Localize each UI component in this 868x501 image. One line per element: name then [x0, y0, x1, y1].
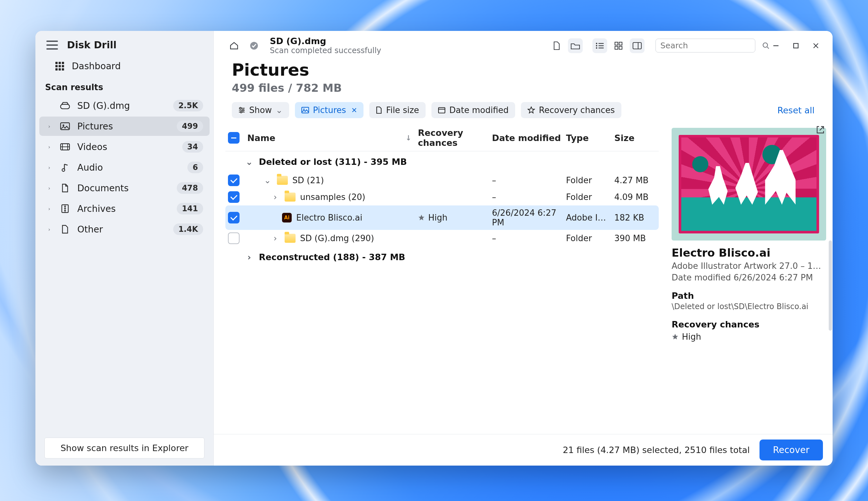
folder-view-icon[interactable] [568, 38, 583, 53]
list-view-icon[interactable] [592, 38, 607, 53]
col-size[interactable]: Size [614, 133, 656, 143]
chevron-right-icon: › [46, 123, 53, 129]
close-button[interactable] [807, 38, 825, 53]
table-row[interactable]: › SD (G).dmg (290) – Folder 390 MB [225, 230, 659, 247]
picture-icon [59, 122, 71, 130]
search-input[interactable] [655, 39, 755, 53]
file-icon [376, 106, 382, 114]
scan-subtitle: Scan completed successfully [270, 46, 381, 55]
svg-point-17 [239, 107, 241, 109]
reset-all-link[interactable]: Reset all [777, 105, 815, 115]
cell-size: 4.09 MB [614, 192, 656, 202]
recover-button[interactable]: Recover [760, 439, 823, 460]
svg-point-9 [596, 47, 597, 48]
maximize-button[interactable] [787, 38, 805, 53]
count-badge: 499 [177, 120, 203, 132]
chevron-right-icon: › [46, 144, 53, 150]
file-name: unsamples (20) [300, 192, 365, 202]
sort-desc-icon[interactable]: ↓ [406, 134, 411, 142]
preview-path-label: Path [672, 291, 826, 301]
preview-recovery: High [672, 332, 826, 342]
svg-rect-12 [615, 46, 618, 49]
svg-rect-10 [615, 42, 618, 45]
sidebar-item-videos[interactable]: › Videos 34 [39, 137, 210, 157]
sidebar-item-label: Archives [77, 203, 170, 214]
grid-icon [55, 62, 64, 71]
chevron-right-icon[interactable]: › [270, 233, 280, 243]
clear-filter-icon[interactable]: ✕ [351, 106, 357, 114]
show-in-explorer-button[interactable]: Show scan results in Explorer [44, 438, 204, 458]
preview-pane-icon[interactable] [630, 38, 645, 53]
file-name: SD (21) [292, 175, 324, 185]
chevron-right-icon[interactable]: › [243, 251, 255, 263]
cell-type: Folder [566, 233, 614, 243]
filesize-filter-chip[interactable]: File size [369, 102, 425, 118]
row-checkbox[interactable] [228, 191, 239, 203]
page-subtitle: 499 files / 782 MB [232, 82, 815, 94]
col-recovery[interactable]: Recovery chances [418, 128, 492, 148]
preview-path: \Deleted or lost\SD\Electro Blisco.ai [672, 302, 826, 311]
chevron-down-icon[interactable]: ⌄ [263, 175, 272, 185]
page-title: Pictures [232, 60, 815, 79]
row-checkbox[interactable] [228, 174, 239, 186]
sidebar-item-dashboard[interactable]: Dashboard [35, 56, 213, 76]
table-row[interactable]: Ai Electro Blisco.ai High 6/26/2024 6:27… [225, 205, 659, 230]
row-checkbox[interactable] [228, 212, 239, 223]
table-row[interactable]: ⌄ SD (21) – Folder 4.27 MB [225, 172, 659, 189]
sidebar-item-pictures[interactable]: › Pictures 499 [39, 117, 210, 136]
show-filter-chip[interactable]: Show ⌄ [232, 102, 289, 118]
sidebar-item-device[interactable]: › SD (G).dmg 2.5K [39, 96, 210, 115]
group-reconstructed[interactable]: › Reconstructed (188) - 387 MB [225, 247, 659, 267]
cell-size: 182 KB [614, 213, 656, 223]
recovery-filter-chip[interactable]: Recovery chances [521, 102, 621, 118]
chevron-right-icon: › [46, 226, 53, 233]
sidebar-item-documents[interactable]: › Documents 478 [39, 178, 210, 198]
col-type[interactable]: Type [566, 133, 614, 143]
date-filter-chip[interactable]: Date modified [431, 102, 515, 118]
svg-rect-14 [633, 43, 641, 49]
scrollbar[interactable] [829, 241, 832, 331]
ai-file-icon: Ai [282, 213, 292, 223]
svg-point-2 [63, 124, 64, 126]
calendar-icon [438, 107, 446, 114]
svg-point-19 [240, 111, 242, 113]
pictures-filter-chip[interactable]: Pictures ✕ [295, 102, 364, 118]
file-icon [59, 225, 71, 234]
count-badge: 1.4K [173, 223, 203, 235]
svg-rect-16 [794, 43, 798, 48]
filter-bar: Show ⌄ Pictures ✕ File size Date modifie… [214, 100, 833, 125]
minimize-button[interactable] [767, 38, 785, 53]
col-name[interactable]: Name [247, 133, 275, 143]
status-check-icon [247, 38, 261, 53]
search-field[interactable] [660, 41, 762, 50]
group-deleted[interactable]: ⌄ Deleted or lost (311) - 395 MB [225, 151, 659, 172]
open-external-icon[interactable] [816, 125, 825, 134]
preview-pane: Electro Blisco.ai Adobe Illustrator Artw… [665, 125, 833, 434]
chevron-right-icon[interactable]: › [270, 192, 280, 202]
menu-icon[interactable] [46, 41, 58, 50]
sidebar-item-archives[interactable]: › Archives 141 [39, 199, 210, 218]
svg-rect-13 [619, 46, 622, 49]
sidebar-item-audio[interactable]: › Audio 6 [39, 158, 210, 177]
count-badge: 141 [177, 203, 203, 214]
document-icon [59, 183, 71, 193]
count-badge: 6 [187, 162, 203, 173]
sidebar-item-other[interactable]: › Other 1.4K [39, 220, 210, 239]
select-all-checkbox[interactable] [228, 132, 239, 143]
cell-type: Folder [566, 175, 614, 185]
cell-date: – [492, 175, 566, 185]
table-header: Name↓ Recovery chances Date modified Typ… [225, 125, 659, 151]
sidebar-item-label: Documents [77, 183, 170, 193]
picture-icon [301, 107, 309, 113]
table-row[interactable]: › unsamples (20) – Folder 4.09 MB [225, 189, 659, 205]
footer: 21 files (4.27 MB) selected, 2510 files … [214, 434, 833, 466]
chevron-down-icon[interactable]: ⌄ [243, 156, 255, 168]
selection-status: 21 files (4.27 MB) selected, 2510 files … [563, 445, 750, 455]
file-view-icon[interactable] [549, 38, 564, 53]
count-badge: 34 [182, 141, 203, 153]
col-date[interactable]: Date modified [492, 133, 566, 143]
grid-view-icon[interactable] [611, 38, 626, 53]
preview-date: Date modified 6/26/2024 6:27 PM [672, 273, 826, 283]
home-icon[interactable] [227, 38, 242, 53]
row-checkbox[interactable] [228, 233, 239, 244]
